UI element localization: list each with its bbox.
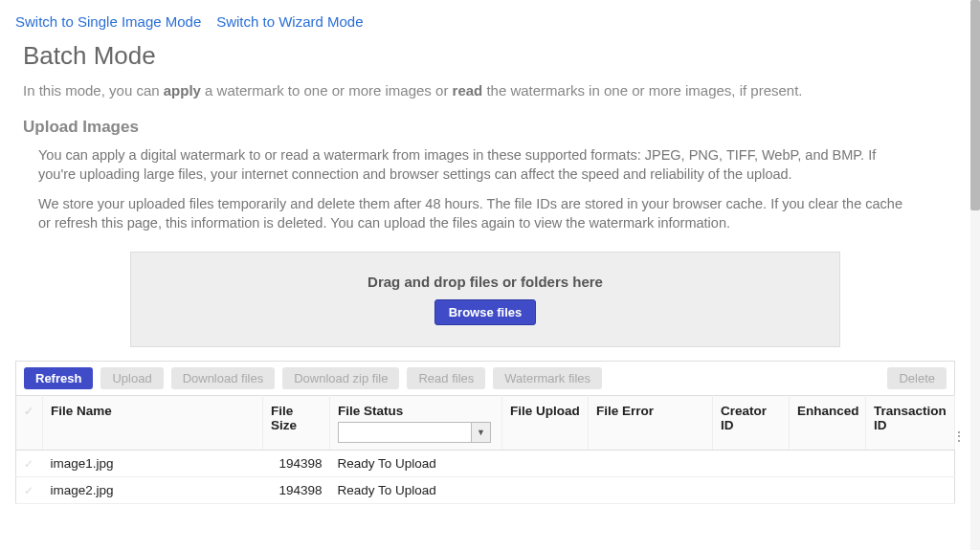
- page-scrollbar[interactable]: [970, 0, 980, 550]
- column-menu-icon[interactable]: ⋮: [952, 429, 966, 444]
- cell-file-error: [589, 451, 713, 477]
- row-checkbox[interactable]: ✓: [16, 477, 43, 504]
- col-creator-id[interactable]: Creator ID: [713, 396, 790, 451]
- row-checkbox[interactable]: ✓: [16, 451, 43, 477]
- cell-file-name: image2.jpg: [43, 477, 263, 504]
- chevron-down-icon[interactable]: ▼: [471, 423, 490, 442]
- files-table: ✓ File Name File Size File Status ▼ File…: [15, 395, 955, 504]
- intro-text: In this mode, you can apply a watermark …: [15, 78, 955, 110]
- file-status-filter[interactable]: ▼: [338, 422, 491, 443]
- col-file-size[interactable]: File Size: [263, 396, 330, 451]
- upload-desc-1: You can apply a digital watermark to or …: [38, 146, 909, 195]
- check-icon: ✓: [24, 405, 33, 418]
- table-row[interactable]: ✓image2.jpg194398Ready To Upload: [16, 477, 955, 504]
- col-file-upload[interactable]: File Upload: [502, 396, 589, 451]
- upload-desc-2: We store your uploaded files temporarily…: [38, 195, 909, 244]
- col-file-error[interactable]: File Error: [589, 396, 713, 451]
- watermark-files-button[interactable]: Watermark files: [493, 367, 602, 389]
- col-file-name[interactable]: File Name: [43, 396, 263, 451]
- cell-file-size: 194398: [263, 451, 330, 477]
- col-file-status[interactable]: File Status ▼: [330, 396, 502, 451]
- switch-single-mode-link[interactable]: Switch to Single Image Mode: [15, 13, 201, 30]
- intro-pre: In this mode, you can: [23, 82, 164, 99]
- table-toolbar: Refresh Upload Download files Download z…: [15, 361, 955, 395]
- intro-post: the watermarks in one or more images, if…: [482, 82, 802, 99]
- page-title: Batch Mode: [15, 39, 955, 78]
- cell-file-error: [589, 477, 713, 504]
- refresh-button[interactable]: Refresh: [24, 367, 93, 389]
- browse-files-button[interactable]: Browse files: [434, 299, 537, 325]
- download-files-button[interactable]: Download files: [171, 367, 276, 389]
- cell-file-status: Ready To Upload: [330, 451, 502, 477]
- cell-transaction-id: [866, 477, 955, 504]
- intro-read: read: [453, 82, 483, 99]
- intro-apply: apply: [164, 82, 201, 99]
- cell-file-upload: [502, 451, 589, 477]
- delete-button[interactable]: Delete: [887, 367, 947, 389]
- cell-file-upload: [502, 477, 589, 504]
- select-all-header[interactable]: ✓: [16, 396, 43, 451]
- dropzone[interactable]: Drag and drop files or folders here Brow…: [130, 252, 840, 347]
- cell-enhanced: [790, 451, 866, 477]
- switch-wizard-mode-link[interactable]: Switch to Wizard Mode: [216, 13, 363, 30]
- cell-transaction-id: [866, 451, 955, 477]
- cell-creator-id: [713, 477, 790, 504]
- col-file-status-label: File Status: [338, 404, 403, 418]
- cell-file-size: 194398: [263, 477, 330, 504]
- upload-button[interactable]: Upload: [100, 367, 163, 389]
- col-transaction-id[interactable]: Transaction ID: [866, 396, 955, 451]
- check-icon: ✓: [24, 484, 33, 497]
- scrollbar-thumb[interactable]: [970, 0, 980, 210]
- upload-heading: Upload Images: [15, 110, 955, 143]
- dropzone-label: Drag and drop files or folders here: [141, 274, 830, 299]
- read-files-button[interactable]: Read files: [407, 367, 485, 389]
- check-icon: ✓: [24, 457, 33, 471]
- intro-mid: a watermark to one or more images or: [201, 82, 453, 99]
- cell-creator-id: [713, 451, 790, 477]
- cell-file-name: image1.jpg: [43, 451, 263, 477]
- col-enhanced[interactable]: Enhanced: [790, 396, 866, 451]
- cell-file-status: Ready To Upload: [330, 477, 502, 504]
- table-row[interactable]: ✓image1.jpg194398Ready To Upload: [16, 451, 955, 477]
- download-zip-button[interactable]: Download zip file: [282, 367, 399, 389]
- cell-enhanced: [790, 477, 866, 504]
